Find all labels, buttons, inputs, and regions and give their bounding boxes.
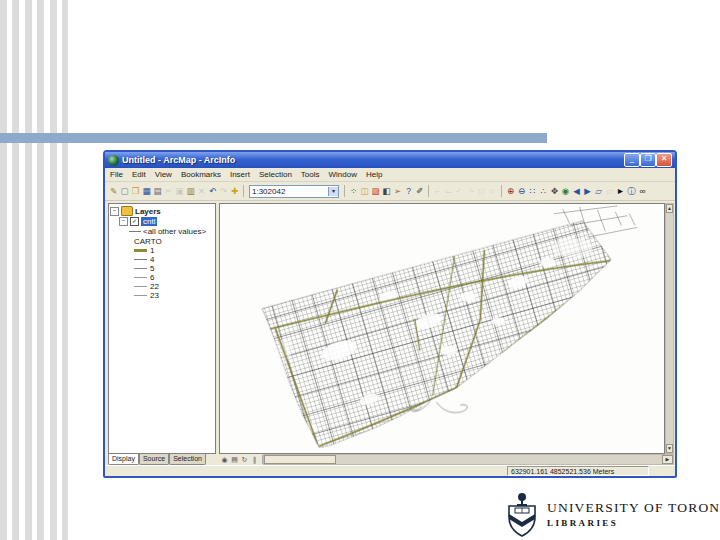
map-scale-settings-icon[interactable]: ⁘ [348,185,359,197]
toc-tabs: DisplaySourceSelection [105,454,217,465]
legend-line-symbol [134,286,147,287]
window-title: Untitled - ArcMap - ArcInfo [122,155,621,165]
horizontal-scrollbar[interactable]: ▶ [263,454,674,465]
collapse-icon[interactable]: − [119,217,128,226]
scroll-up-icon[interactable]: ▲ [666,204,673,213]
pause-drawing-icon[interactable]: ∥ [250,455,259,464]
layer-checkbox[interactable]: ✓ [130,217,139,226]
legend-value-label: 6 [150,273,154,282]
legend-row: 22 [110,282,214,291]
legend-line-symbol [134,259,147,260]
arcmap-window: Untitled - ArcMap - ArcInfo _❐✕ FileEdit… [103,150,677,478]
trace-tool-icon: ⌏ [454,185,465,197]
menu-insert[interactable]: Insert [230,170,250,179]
full-extent-icon[interactable]: ◉ [560,185,571,197]
layout-view-icon[interactable]: ▤ [230,455,239,464]
uoft-crest-icon [504,492,540,538]
zoom-in-icon[interactable]: ⊕ [505,185,516,197]
arctoolbox-icon[interactable]: ▨ [370,185,381,197]
intersection-tool-icon: ⌎ [465,185,476,197]
cut-icon: ✂ [163,185,174,197]
logo-institution-text: UNIVERSITY OF TORONTO [547,500,720,516]
close-button[interactable]: ✕ [656,153,672,167]
map-scale-combobox[interactable]: 1:302042 ▾ [249,185,339,198]
map-view[interactable] [219,203,665,454]
toolbar-separator [344,185,345,197]
delete-icon: ✕ [196,185,207,197]
toronto-street-map [220,204,664,453]
title-bar[interactable]: Untitled - ArcMap - ArcInfo _❐✕ [105,152,675,168]
view-toggle-buttons: ◉▤↻∥ [217,455,263,464]
scrollbar-thumb[interactable] [264,455,336,464]
forward-extent-icon[interactable]: ▶ [582,185,593,197]
pan-icon[interactable]: ✥ [549,185,560,197]
toc-panel[interactable]: − Layers − ✓ cntl <all other values> CAR… [108,203,216,454]
legend-line-symbol [134,295,147,296]
undo-icon[interactable]: ↶ [207,185,218,197]
data-view-icon[interactable]: ◉ [220,455,229,464]
identify-icon[interactable]: ⓘ [626,185,637,197]
tangent-tool-icon: ○ [487,185,498,197]
maximize-button[interactable]: ❐ [640,153,656,167]
midpoint-tool-icon: □ [476,185,487,197]
map-scale-value: 1:302042 [252,187,285,196]
sketch-tool-icon: ⌐ [432,185,443,197]
editor-tools-icon[interactable]: ✐ [414,185,425,197]
fixed-zoom-out-icon[interactable]: ∴ [538,185,549,197]
command-line-icon[interactable]: ◧ [381,185,392,197]
menu-bar: FileEditViewBookmarksInsertSelectionTool… [105,168,675,182]
add-data-icon[interactable]: ✚ [229,185,240,197]
menu-selection[interactable]: Selection [259,170,292,179]
vertical-scrollbar[interactable]: ▲ ▼ [665,203,674,454]
legend-row: 4 [110,255,214,264]
arccatalog-icon[interactable]: ◫ [359,185,370,197]
back-extent-icon[interactable]: ◀ [571,185,582,197]
toc-root-label: Layers [135,207,161,216]
scroll-right-icon[interactable]: ▶ [662,455,673,464]
scroll-down-icon[interactable]: ▼ [666,444,673,453]
layer-legend: 14562223 [110,246,214,300]
legend-value-label: 22 [150,282,159,291]
fixed-zoom-in-icon[interactable]: ∷ [527,185,538,197]
open-icon[interactable]: ❒ [130,185,141,197]
all-other-values-label: <all other values> [143,227,206,236]
find-icon[interactable]: ∞ [637,185,648,197]
layer-name-selected[interactable]: cntl [141,217,157,226]
legend-value-label: 1 [150,246,154,255]
legend-line-symbol [134,277,147,278]
toolbar: ✎▢❒▦▤✂▣▥✕↶↷✚ 1:302042 ▾ ⁘◫▨◧➢?✐ ⌐⌙⌏⌎□○ ⊕… [105,182,675,201]
help-icon[interactable]: ? [403,185,414,197]
menu-help[interactable]: Help [366,170,382,179]
paste-icon[interactable]: ▥ [185,185,196,197]
menu-file[interactable]: File [110,170,123,179]
select-features-icon[interactable]: ▱ [593,185,604,197]
legend-value-label: 23 [150,291,159,300]
tab-display[interactable]: Display [108,454,139,465]
menu-edit[interactable]: Edit [132,170,146,179]
collapse-icon[interactable]: − [110,207,119,216]
modelbuilder-icon[interactable]: ➢ [392,185,403,197]
select-elements-icon[interactable]: ► [615,185,626,197]
editor-icon[interactable]: ✎ [108,185,119,197]
clear-selection-icon: ▱ [604,185,615,197]
tab-selection[interactable]: Selection [169,454,206,465]
table-of-contents: − Layers − ✓ cntl <all other values> CAR… [105,201,217,454]
print-icon[interactable]: ▤ [152,185,163,197]
chevron-down-icon[interactable]: ▾ [328,187,338,196]
new-map-file-icon[interactable]: ▢ [119,185,130,197]
tab-source[interactable]: Source [139,454,169,465]
menu-view[interactable]: View [155,170,172,179]
zoom-out-icon[interactable]: ⊖ [516,185,527,197]
toolbar-separator [243,185,244,197]
menu-window[interactable]: Window [329,170,357,179]
legend-value-label: 4 [150,255,154,264]
refresh-view-icon[interactable]: ↻ [240,455,249,464]
menu-tools[interactable]: Tools [301,170,320,179]
legend-row: 1 [110,246,214,255]
menu-bookmarks[interactable]: Bookmarks [181,170,221,179]
save-icon[interactable]: ▦ [141,185,152,197]
legend-row: 23 [110,291,214,300]
slide-stripe-decoration [0,0,68,540]
folder-icon [121,206,133,216]
minimize-button[interactable]: _ [624,153,640,167]
